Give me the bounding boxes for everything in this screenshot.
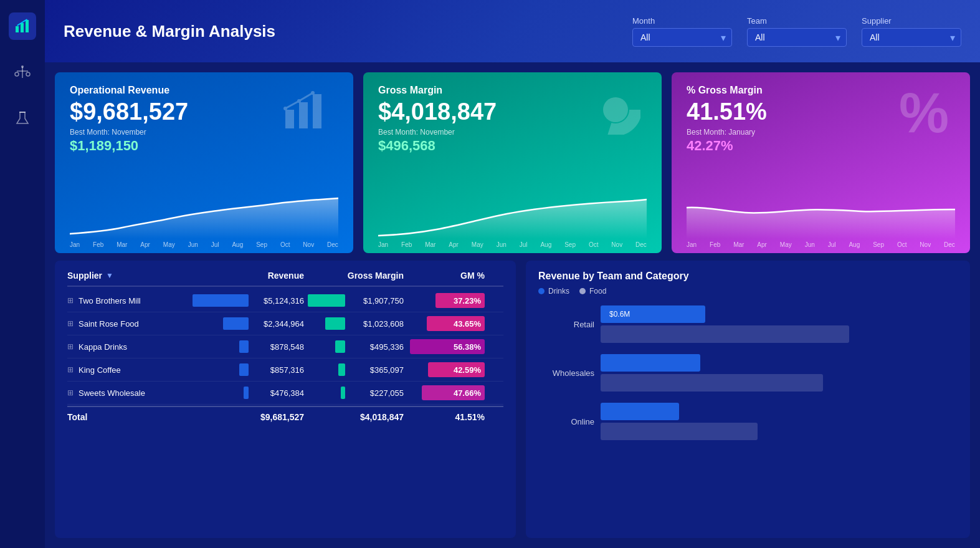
supplier-name-1: Saint Rose Food <box>78 319 139 329</box>
gm-bar-2 <box>335 340 345 353</box>
revenue-cell-0: $5,124,316 <box>217 294 304 307</box>
gm-cell-3: $365,097 <box>304 363 404 376</box>
bars-container-0: $0.6M <box>601 305 958 343</box>
bar-row-label-0: Retail <box>538 320 594 329</box>
gm-pct-bar-3: 42.59% <box>428 362 485 377</box>
svg-rect-10 <box>299 102 308 128</box>
expand-icon-3[interactable]: ⊞ <box>67 365 74 374</box>
drinks-bar-0: $0.6M <box>601 305 705 323</box>
revenue-value-3: $857,316 <box>251 365 304 375</box>
sparkline-labels-0: JanFebMarAprMayJunJulAugSepOctNovDec <box>70 241 338 253</box>
table-row[interactable]: ⊞ Two Brothers Mill $5,124,316 $1,907,75… <box>67 289 503 312</box>
legend-dot-drinks <box>538 288 545 294</box>
table-row[interactable]: ⊞ Kappa Drinks $878,548 $495,336 56.38% <box>67 335 503 358</box>
header-filters: Month All Team All Supplier <box>632 16 961 47</box>
revenue-cell-1: $2,344,964 <box>217 317 304 330</box>
gm-cell-2: $495,336 <box>304 340 404 353</box>
sparkline-svg-0 <box>70 189 338 239</box>
gm-value-3: $365,097 <box>348 365 404 375</box>
supplier-select[interactable]: All <box>862 28 961 47</box>
sidebar <box>0 0 45 548</box>
svg-rect-0 <box>16 26 19 32</box>
supplier-filter-group: Supplier All <box>862 16 961 47</box>
kpi-bg-chart-icon-0 <box>282 85 332 135</box>
month-select[interactable]: All <box>632 28 732 47</box>
revenue-bar-0 <box>193 294 249 307</box>
sidebar-item-balance[interactable] <box>9 59 36 86</box>
gm-bar-0 <box>308 294 345 307</box>
kpi-card-gross-margin: Gross Margin $4,018,847 Best Month: Nove… <box>363 72 662 253</box>
gm-cell-0: $1,907,750 <box>304 294 404 307</box>
sparkline-svg-1 <box>378 189 647 239</box>
bar-chart-area: Retail $0.6M Wholesales Online <box>538 305 958 440</box>
table-body: ⊞ Two Brothers Mill $5,124,316 $1,907,75… <box>67 289 503 405</box>
gm-cell-1: $1,023,608 <box>304 317 404 330</box>
chart-legend: Drinks Food <box>538 287 958 296</box>
expand-icon-0[interactable]: ⊞ <box>67 296 74 305</box>
svg-point-6 <box>15 72 19 76</box>
th-gross-margin: Gross Margin <box>304 271 404 281</box>
revenue-bar-4 <box>244 387 249 399</box>
gm-bar-1 <box>325 317 345 330</box>
svg-rect-2 <box>26 20 29 32</box>
legend-drinks: Drinks <box>538 287 569 296</box>
main-content: Revenue & Margin Analysis Month All Team… <box>45 0 980 548</box>
supplier-name-0: Two Brothers Mill <box>78 296 141 305</box>
supplier-cell-3: ⊞ King Coffee <box>67 365 217 375</box>
chart-bar-row-0: Retail $0.6M <box>538 305 958 343</box>
revenue-value-1: $2,344,964 <box>251 319 304 329</box>
sort-arrow[interactable]: ▼ <box>106 271 113 280</box>
bars-container-1 <box>601 354 958 392</box>
table-total-row: Total $9,681,527 $4,018,847 41.51% <box>67 406 503 422</box>
kpi-chart-2: JanFebMarAprMayJunJulAugSepOctNovDec <box>687 154 955 253</box>
month-filter-label: Month <box>632 16 732 26</box>
legend-food: Food <box>579 287 606 296</box>
team-filter-label: Team <box>747 16 847 26</box>
legend-label-food: Food <box>589 287 606 296</box>
kpi-card-pct-gross-margin: % Gross Margin 41.51% Best Month: Januar… <box>672 72 970 253</box>
gm-value-4: $227,055 <box>348 388 404 398</box>
revenue-by-team-chart-card: Revenue by Team and Category Drinks Food… <box>526 261 970 538</box>
supplier-cell-1: ⊞ Saint Rose Food <box>67 319 217 329</box>
total-gross-margin: $4,018,847 <box>304 412 404 422</box>
gm-value-2: $495,336 <box>348 342 404 352</box>
supplier-filter-label: Supplier <box>862 16 961 26</box>
chart-title: Revenue by Team and Category <box>538 271 958 282</box>
kpi-chart-1: JanFebMarAprMayJunJulAugSepOctNovDec <box>378 154 647 253</box>
gm-pct-bar-2: 56.38% <box>410 339 485 354</box>
sidebar-item-flask[interactable] <box>9 105 36 132</box>
table-row[interactable]: ⊞ King Coffee $857,316 $365,097 42.59% <box>67 358 503 382</box>
team-select[interactable]: All <box>747 28 847 47</box>
total-gm-pct: 41.51% <box>404 412 485 422</box>
gm-pct-bar-4: 47.66% <box>422 385 485 400</box>
table-header: Supplier ▼ Revenue Gross Margin GM % <box>67 271 503 287</box>
header: Revenue & Margin Analysis Month All Team… <box>45 0 980 62</box>
supplier-cell-4: ⊞ Sweets Wholesale <box>67 388 217 398</box>
food-bar-2 <box>601 423 758 440</box>
th-supplier-label: Supplier <box>67 271 102 281</box>
revenue-value-4: $476,384 <box>251 388 304 398</box>
th-supplier: Supplier ▼ <box>67 271 217 281</box>
sidebar-item-charts[interactable] <box>9 12 36 40</box>
table-row[interactable]: ⊞ Saint Rose Food $2,344,964 $1,023,608 … <box>67 312 503 335</box>
gm-pct-cell-3: 42.59% <box>404 362 485 377</box>
food-bar-1 <box>601 374 823 392</box>
gm-bar-4 <box>341 387 345 399</box>
expand-icon-2[interactable]: ⊞ <box>67 342 74 351</box>
total-revenue: $9,681,527 <box>217 412 304 422</box>
revenue-bar-3 <box>239 363 249 376</box>
revenue-bar-1 <box>223 317 249 330</box>
supplier-cell-2: ⊞ Kappa Drinks <box>67 342 217 352</box>
expand-icon-1[interactable]: ⊞ <box>67 319 74 328</box>
expand-icon-4[interactable]: ⊞ <box>67 388 74 397</box>
table-row[interactable]: ⊞ Sweets Wholesale $476,384 $227,055 47.… <box>67 382 503 405</box>
revenue-value-2: $878,548 <box>251 342 304 352</box>
supplier-table-card: Supplier ▼ Revenue Gross Margin GM % ⊞ T… <box>55 261 516 538</box>
legend-dot-food <box>579 288 586 294</box>
team-filter-group: Team All <box>747 16 847 47</box>
th-gm-pct: GM % <box>404 271 485 281</box>
kpi-bg-pie-icon-1 <box>591 85 640 135</box>
bar-row-label-2: Online <box>538 417 594 426</box>
food-bar-0 <box>601 325 849 343</box>
gm-pct-cell-2: 56.38% <box>404 339 485 354</box>
